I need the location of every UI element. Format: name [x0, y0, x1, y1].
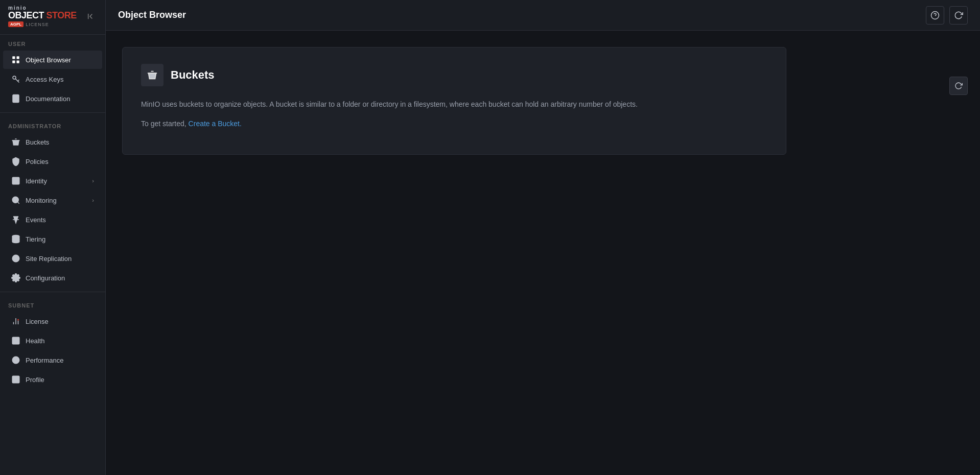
help-button[interactable] — [926, 6, 944, 25]
sidebar-item-monitoring[interactable]: Monitoring › — [3, 191, 102, 209]
logo-store: STORE — [46, 10, 77, 20]
sidebar-item-health[interactable]: Health — [3, 331, 102, 350]
replication-icon — [11, 254, 20, 263]
sidebar-item-configuration[interactable]: Configuration — [3, 269, 102, 287]
logo-object: OBJECT — [8, 10, 44, 20]
buckets-icon — [11, 137, 20, 147]
content-refresh-icon — [954, 82, 963, 90]
configuration-icon — [11, 273, 20, 282]
health-nav-icon — [11, 336, 20, 345]
svg-point-23 — [17, 319, 19, 321]
profile-nav-icon — [11, 375, 20, 384]
sidebar-item-license[interactable]: License — [3, 312, 102, 330]
bucket-icon-wrapper — [141, 64, 164, 86]
collapse-sidebar-button[interactable] — [85, 10, 97, 22]
identity-nav-icon — [11, 176, 20, 185]
key-icon — [11, 75, 20, 84]
sidebar-item-tiering[interactable]: Tiering — [3, 230, 102, 248]
sidebar-item-events[interactable]: Events — [3, 210, 102, 229]
buckets-description: MinIO uses buckets to organize objects. … — [141, 99, 767, 110]
sidebar-item-access-keys[interactable]: Access Keys — [3, 70, 102, 88]
buckets-card: Buckets MinIO uses buckets to organize o… — [122, 47, 786, 155]
svg-rect-2 — [17, 56, 19, 59]
create-prompt-text: To get started, — [141, 120, 189, 128]
sidebar-item-site-replication-label: Site Replication — [26, 255, 72, 263]
license-nav-icon — [11, 317, 20, 326]
gear-icon — [11, 273, 20, 282]
logo-license: LICENSE — [26, 22, 49, 27]
buckets-card-header: Buckets — [141, 64, 767, 86]
logo-subtitle: AGPL LICENSE — [8, 21, 77, 27]
sidebar-item-object-browser-label: Object Browser — [26, 56, 71, 64]
events-icon — [11, 215, 20, 224]
sidebar: minio OBJECT STORE AGPL LICENSE User — [0, 0, 106, 475]
policies-icon — [11, 157, 20, 166]
sidebar-item-buckets[interactable]: Buckets — [3, 133, 102, 151]
performance-nav-icon — [11, 355, 20, 365]
svg-line-7 — [18, 80, 19, 81]
svg-rect-4 — [17, 61, 19, 63]
help-icon — [930, 11, 940, 20]
sidebar-item-profile[interactable]: Profile — [3, 370, 102, 389]
admin-section-label: Administrator — [0, 117, 105, 132]
sidebar-item-monitoring-label: Monitoring — [26, 197, 57, 204]
svg-rect-0 — [88, 13, 88, 19]
svg-rect-3 — [12, 61, 15, 63]
sidebar-item-object-browser[interactable]: Object Browser — [3, 51, 102, 69]
create-bucket-link[interactable]: Create a Bucket. — [189, 120, 242, 128]
svg-rect-1 — [12, 56, 15, 59]
subnet-section-label: Subnet — [0, 296, 105, 312]
svg-rect-30 — [12, 376, 19, 383]
identity-icon — [11, 176, 20, 185]
sidebar-item-events-label: Events — [26, 216, 46, 224]
doc-icon — [11, 94, 20, 103]
topbar-refresh-button[interactable] — [949, 6, 968, 25]
access-keys-icon — [11, 75, 20, 84]
logo-area: minio OBJECT STORE AGPL LICENSE — [8, 5, 77, 27]
collapse-icon — [87, 12, 95, 20]
content-refresh-button[interactable] — [949, 77, 968, 95]
sidebar-item-profile-label: Profile — [26, 376, 44, 384]
performance-icon — [11, 355, 20, 365]
health-icon — [11, 336, 20, 345]
sidebar-item-policies-label: Policies — [26, 158, 49, 165]
sidebar-divider-1 — [0, 112, 105, 113]
sidebar-item-policies[interactable]: Policies — [3, 152, 102, 171]
sidebar-item-performance-label: Performance — [26, 357, 63, 364]
buckets-create-prompt: To get started, Create a Bucket. — [141, 118, 767, 129]
object-browser-icon — [11, 55, 20, 64]
logo-main-text: OBJECT STORE — [8, 11, 77, 20]
bucket-icon — [11, 137, 20, 147]
bucket-card-icon — [147, 69, 158, 81]
main-content: Object Browser — [106, 0, 980, 475]
svg-line-15 — [17, 202, 19, 203]
shield-icon — [11, 157, 20, 166]
license-icon — [11, 317, 20, 326]
sidebar-item-documentation-label: Documentation — [26, 95, 70, 103]
top-bar: Object Browser — [106, 0, 980, 31]
sidebar-item-license-label: License — [26, 318, 49, 325]
sidebar-item-tiering-label: Tiering — [26, 235, 45, 243]
sidebar-item-configuration-label: Configuration — [26, 274, 65, 282]
sidebar-item-performance[interactable]: Performance — [3, 351, 102, 369]
identity-chevron-icon: › — [92, 178, 94, 184]
sidebar-logo: minio OBJECT STORE AGPL LICENSE — [0, 0, 105, 35]
sidebar-item-documentation[interactable]: Documentation — [3, 89, 102, 108]
sidebar-divider-2 — [0, 292, 105, 292]
sidebar-item-buckets-label: Buckets — [26, 138, 49, 146]
monitoring-nav-icon — [11, 196, 20, 205]
monitoring-icon — [11, 196, 20, 205]
refresh-icon — [954, 11, 963, 20]
content-area: Buckets MinIO uses buckets to organize o… — [106, 31, 980, 475]
sidebar-item-identity-label: Identity — [26, 177, 47, 185]
sidebar-item-site-replication[interactable]: Site Replication — [3, 249, 102, 268]
sidebar-item-identity[interactable]: Identity › — [3, 172, 102, 190]
buckets-card-title: Buckets — [171, 68, 215, 82]
page-title: Object Browser — [118, 10, 186, 20]
sidebar-item-health-label: Health — [26, 337, 45, 345]
documentation-icon — [11, 94, 20, 103]
tiering-nav-icon — [11, 234, 20, 244]
lambda-icon — [11, 215, 20, 224]
logo-agpl: AGPL — [8, 21, 24, 27]
sidebar-item-access-keys-label: Access Keys — [26, 76, 63, 83]
